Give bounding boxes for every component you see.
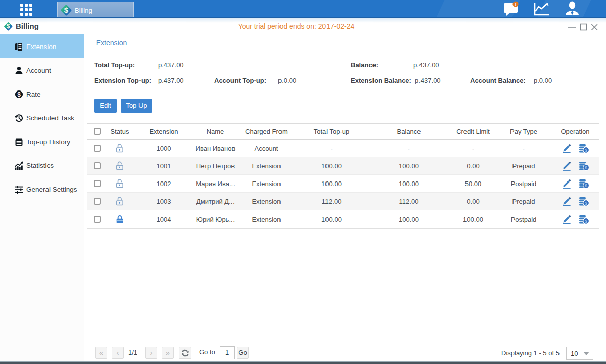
svg-text:$: $ — [585, 201, 587, 206]
svg-text:$: $ — [585, 219, 587, 224]
svg-text:$: $ — [585, 165, 587, 170]
svg-text:$: $ — [585, 183, 587, 188]
svg-text:!: ! — [515, 2, 517, 7]
svg-text:$: $ — [585, 148, 587, 153]
svg-text:$: $ — [17, 91, 21, 98]
svg-text:$: $ — [64, 6, 69, 14]
